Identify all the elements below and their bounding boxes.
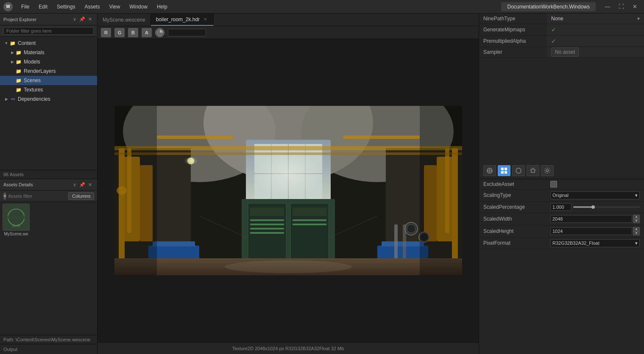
tree-item-textures[interactable]: 📁 Textures xyxy=(0,85,97,94)
field-label-scaledheight: ScaledHeight xyxy=(483,228,547,234)
tree-item-models[interactable]: ▶ 📁 Models xyxy=(0,57,97,66)
svg-rect-59 xyxy=(403,224,406,258)
svg-rect-35 xyxy=(250,232,284,234)
project-explorer-chevron[interactable]: ∨ xyxy=(71,16,78,23)
project-explorer-close[interactable]: ✕ xyxy=(86,16,94,23)
platform-btn-windows[interactable] xyxy=(498,165,510,176)
percentage-slider-thumb[interactable] xyxy=(591,205,595,209)
right-panel-spacer xyxy=(479,58,644,163)
assets-filter-input[interactable] xyxy=(8,194,67,199)
tree-arrow-renderlayers xyxy=(9,68,15,74)
app-logo: W xyxy=(3,2,13,11)
menu-edit[interactable]: Edit xyxy=(34,2,52,11)
tab-boilerroom[interactable]: boiler_room_2k.hdr ✕ xyxy=(151,14,214,26)
svg-rect-33 xyxy=(250,224,284,225)
channel-g-button[interactable]: G xyxy=(114,28,125,37)
color-value-input[interactable]: 262626FF xyxy=(168,29,206,36)
scaledheight-up[interactable]: ▲ xyxy=(633,227,640,231)
tree-item-scenes[interactable]: 📁 Scenes xyxy=(0,76,97,85)
overrides-section: ExcludeAsset ScalingType Original ▾ Scal… xyxy=(479,179,644,249)
tab-bar: MyScene.wescene boiler_room_2k.hdr ✕ xyxy=(98,14,479,26)
scaledheight-field[interactable]: 1024 xyxy=(550,227,632,235)
tree-item-renderlayers[interactable]: 📁 RenderLayers xyxy=(0,66,97,76)
channel-a-button[interactable]: A xyxy=(142,28,152,37)
columns-button[interactable]: Columns xyxy=(68,192,94,200)
maximize-button[interactable]: ⛶ xyxy=(615,2,627,11)
path-bar: Path: \Content\Scenes\MyScene.wescene xyxy=(0,335,97,344)
pixelformat-value: R32G32B32A32_Float xyxy=(552,241,599,246)
tree-label-textures: Textures xyxy=(24,87,43,93)
platform-btn-settings[interactable] xyxy=(541,165,554,176)
folder-filter-input[interactable] xyxy=(3,27,94,35)
assets-details-chevron[interactable]: ∨ xyxy=(71,181,78,188)
color-swatch-icon[interactable] xyxy=(155,28,164,37)
tree-arrow-models: ▶ xyxy=(9,59,15,65)
tree-item-dependencies[interactable]: ▶ ⚯ Dependencies xyxy=(0,94,97,104)
status-bar: Texture2D 2048x1024 px R32G32B32A32Float… xyxy=(98,342,479,354)
dropdown-arrow-ninepathtype: ▾ xyxy=(637,16,640,22)
close-button[interactable]: ✕ xyxy=(629,2,641,11)
sampler-no-asset[interactable]: No asset xyxy=(551,47,579,57)
tab-close-boilerroom[interactable]: ✕ xyxy=(202,17,208,22)
channel-r-button[interactable]: R xyxy=(101,28,111,37)
platform-btn-global[interactable] xyxy=(483,165,496,176)
tree-arrow-dependencies: ▶ xyxy=(3,96,9,102)
svg-text:scene: scene xyxy=(12,224,20,227)
assets-details-pin[interactable]: 📌 xyxy=(78,181,86,188)
tab-boilerroom-label: boiler_room_2k.hdr xyxy=(156,17,200,22)
field-row-scaledheight: ScaledHeight 1024 ▲ ▼ xyxy=(479,225,644,238)
project-explorer-pin[interactable]: 📌 xyxy=(78,16,86,23)
field-row-scalingtype: ScalingType Original ▾ xyxy=(479,190,644,202)
scalingtype-select[interactable]: Original ▾ xyxy=(550,191,640,199)
menu-assets[interactable]: Assets xyxy=(80,2,104,11)
tab-myscene[interactable]: MyScene.wescene xyxy=(98,14,151,26)
scaledheight-down[interactable]: ▼ xyxy=(633,231,640,235)
prop-row-generatemipmaps: GenerateMipmaps ✓ xyxy=(479,24,644,36)
scaledwidth-down[interactable]: ▼ xyxy=(633,219,640,223)
menu-window[interactable]: Window xyxy=(125,2,152,11)
scaledwidth-field[interactable]: 2048 xyxy=(550,215,632,223)
tree-label-content: Content xyxy=(18,40,36,46)
svg-rect-68 xyxy=(505,171,507,174)
menu-settings[interactable]: Settings xyxy=(53,2,79,11)
platform-btn-android[interactable] xyxy=(527,165,539,176)
tree-arrow-textures xyxy=(9,87,15,93)
tree-item-materials[interactable]: ▶ 📁 Materials xyxy=(0,48,97,57)
pixelformat-select[interactable]: R32G32B32A32_Float ▾ xyxy=(550,239,640,247)
percentage-control xyxy=(550,203,640,211)
scaledpercentage-input[interactable] xyxy=(550,203,572,211)
svg-point-62 xyxy=(225,260,352,273)
assets-details-close[interactable]: ✕ xyxy=(86,181,94,188)
folder-icon-textures: 📁 xyxy=(15,86,22,93)
menu-view[interactable]: View xyxy=(105,2,124,11)
menu-file[interactable]: File xyxy=(17,2,33,11)
folder-icon-content: 📁 xyxy=(9,40,16,47)
svg-rect-42 xyxy=(153,241,195,246)
asset-thumb-myscene[interactable]: scene MyScene.we xyxy=(2,204,31,236)
prop-value-generatemipmaps[interactable]: ✓ xyxy=(547,24,644,36)
prop-row-premultipliedalpha: PremultipliedAlpha ✓ xyxy=(479,36,644,47)
svg-rect-31 xyxy=(250,207,284,216)
center-panel: MyScene.wescene boiler_room_2k.hdr ✕ R G… xyxy=(98,14,479,354)
menu-help[interactable]: Help xyxy=(153,2,172,11)
field-label-scalingtype: ScalingType xyxy=(483,192,547,198)
prop-value-ninepathtype[interactable]: None ▾ xyxy=(547,14,644,24)
add-asset-button[interactable]: + xyxy=(3,192,6,200)
svg-line-73 xyxy=(534,168,534,169)
prop-label-ninepathtype: NinePathType xyxy=(479,14,547,24)
excludeasset-checkbox[interactable] xyxy=(550,181,557,188)
channel-b-button[interactable]: B xyxy=(128,28,138,37)
percentage-slider-track[interactable] xyxy=(573,206,640,208)
asset-thumb-image: scene xyxy=(3,204,30,231)
tree-label-materials: Materials xyxy=(24,50,45,55)
left-panel: Project Explorer ∨ 📌 ✕ ▼ 📁 Content ▶ 📁 M… xyxy=(0,14,98,354)
image-viewer[interactable] xyxy=(98,39,479,342)
scaledwidth-up[interactable]: ▲ xyxy=(633,215,640,219)
prop-value-premultipliedalpha[interactable]: ✓ xyxy=(547,36,644,47)
minimize-button[interactable]: — xyxy=(602,2,613,11)
tree-item-content[interactable]: ▼ 📁 Content xyxy=(0,39,97,48)
project-explorer-header: Project Explorer ∨ 📌 ✕ xyxy=(0,14,97,25)
ninepathtype-dropdown[interactable]: None ▾ xyxy=(551,16,640,22)
platform-btn-osx[interactable] xyxy=(512,165,525,176)
svg-rect-3 xyxy=(7,216,25,219)
